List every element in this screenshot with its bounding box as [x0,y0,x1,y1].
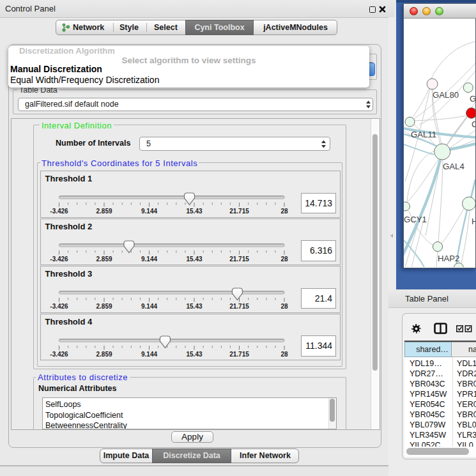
svg-text:15.43: 15.43 [186,350,202,357]
svg-text:GCY1: GCY1 [404,215,427,224]
svg-text:15.43: 15.43 [186,208,202,215]
svg-text:9.144: 9.144 [141,350,157,357]
svg-text:9.144: 9.144 [141,255,157,262]
svg-text:28: 28 [280,303,288,310]
svg-text:15.43: 15.43 [186,303,202,310]
svg-text:-3.426: -3.426 [50,350,68,357]
svg-text:G.: G. [470,94,475,104]
svg-text:28: 28 [280,208,288,215]
svg-text:GAL4: GAL4 [443,162,464,171]
svg-text:-3.426: -3.426 [50,303,68,310]
svg-text:28: 28 [280,350,288,357]
svg-text:21.715: 21.715 [229,208,249,215]
svg-text:H: H [472,217,475,226]
svg-text:9.144: 9.144 [141,208,157,215]
svg-text:2.859: 2.859 [96,303,112,310]
svg-text:2.859: 2.859 [96,208,112,215]
svg-text:-3.426: -3.426 [50,208,68,215]
svg-text:15.43: 15.43 [186,255,202,262]
svg-text:GAL80: GAL80 [433,90,459,100]
svg-text:GAL11: GAL11 [411,130,436,139]
svg-text:28: 28 [280,255,288,262]
svg-text:21.715: 21.715 [229,255,249,262]
svg-text:-3.426: -3.426 [50,255,68,262]
svg-text:9.144: 9.144 [141,303,157,310]
svg-text:2.859: 2.859 [96,255,112,262]
svg-text:21.715: 21.715 [229,303,249,310]
svg-text:HAP2: HAP2 [438,254,459,263]
svg-text:2.859: 2.859 [96,350,112,357]
svg-text:21.715: 21.715 [229,350,249,357]
svg-text:C: C [472,119,475,129]
